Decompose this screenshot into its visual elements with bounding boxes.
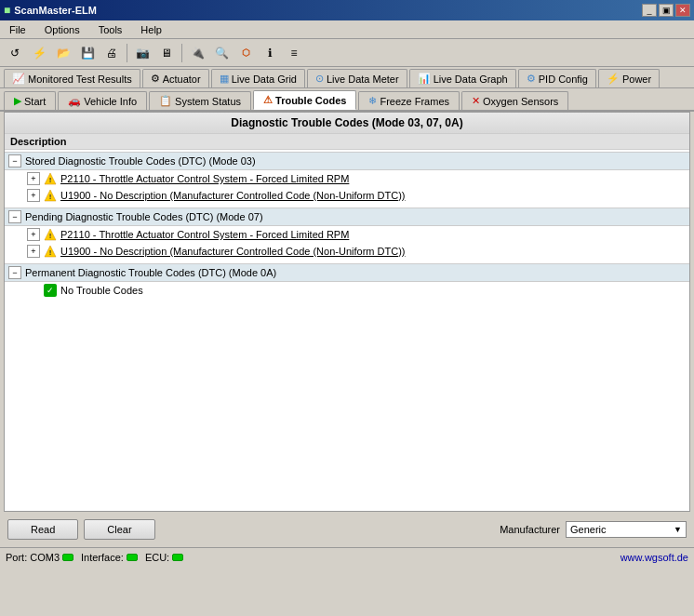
menu-tools[interactable]: Tools: [93, 22, 128, 37]
svg-text:!: !: [49, 176, 52, 184]
stored-dtc-item-1[interactable]: + ! P2110 - Throttle Actuator Control Sy…: [5, 170, 689, 187]
toolbar-btn-data[interactable]: ⬡: [234, 42, 257, 64]
svg-text:!: !: [49, 248, 52, 257]
tab-pid-config[interactable]: ⚙ PID Config: [518, 69, 596, 87]
stored-dtc-code-1: P2110 - Throttle Actuator Control System…: [60, 173, 349, 184]
toolbar-separator-2: [181, 44, 182, 62]
description-label: Description: [10, 136, 67, 147]
tab-power-label: Power: [622, 74, 651, 85]
tab-actuator[interactable]: ⚙ Actuator: [142, 69, 209, 87]
content-header: Diagnostic Trouble Codes (Mode 03, 07, 0…: [5, 113, 689, 134]
tab-trouble-label: Trouble Codes: [275, 95, 346, 106]
stored-dtc-label: Stored Diagnostic Trouble Codes (DTC) (M…: [25, 155, 256, 167]
tab-monitored-label: Monitored Test Results: [28, 74, 132, 85]
toolbar-btn-refresh[interactable]: ↺: [4, 42, 26, 64]
actuator-icon: ⚙: [151, 73, 160, 85]
warning-icon-1: !: [44, 172, 57, 185]
permanent-dtc-code-1: No Trouble Codes: [60, 285, 143, 296]
freeze-icon: ❄: [368, 95, 377, 107]
toolbar-btn-obd[interactable]: 🔌: [186, 42, 208, 64]
tab-trouble-codes[interactable]: ⚠ Trouble Codes: [253, 90, 356, 110]
title-text: ■ ScanMaster-ELM: [4, 4, 97, 17]
tab-start-label: Start: [24, 96, 46, 107]
ecu-label: ECU:: [145, 552, 169, 563]
tab-power[interactable]: ⚡ Power: [598, 69, 660, 87]
tab-meter-label: Live Data Meter: [327, 74, 399, 85]
tab-pid-label: PID Config: [539, 74, 588, 85]
tab-start[interactable]: ▶ Start: [4, 91, 56, 110]
toolbar-btn-screenshot[interactable]: 📷: [131, 42, 153, 64]
tab-actuator-label: Actuator: [163, 74, 201, 85]
toolbar-btn-info[interactable]: ℹ: [259, 42, 281, 64]
stored-item2-expand[interactable]: +: [27, 189, 40, 202]
chevron-down-icon: ▼: [674, 525, 682, 534]
menu-file[interactable]: File: [4, 22, 32, 37]
tab-grid-label: Live Data Grid: [232, 74, 297, 85]
warning-icon-2: !: [44, 189, 57, 202]
pending-dtc-header[interactable]: − Pending Diagnostic Trouble Codes (DTC)…: [5, 208, 689, 226]
tabs-row-2: ▶ Start 🚗 Vehicle Info 📋 System Status ⚠…: [0, 88, 694, 112]
status-left: Port: COM3 Interface: ECU:: [6, 552, 183, 563]
manufacturer-label: Manufacturer: [500, 524, 560, 535]
stored-item1-expand[interactable]: +: [27, 172, 40, 185]
chart-icon: 📈: [12, 73, 25, 85]
close-button[interactable]: ✕: [675, 4, 690, 17]
toolbar: ↺ ⚡ 📂 💾 🖨 📷 🖥 🔌 🔍 ⬡ ℹ ≡: [0, 39, 694, 67]
pending-dtc-item-2[interactable]: + ! U1900 - No Description (Manufacturer…: [5, 243, 689, 260]
trouble-icon: ⚠: [263, 94, 273, 106]
pending-item1-expand[interactable]: +: [27, 228, 40, 241]
permanent-dtc-item-1[interactable]: ✓ No Trouble Codes: [5, 282, 689, 299]
port-value: COM3: [30, 552, 60, 563]
pending-item2-expand[interactable]: +: [27, 245, 40, 258]
toolbar-btn-open[interactable]: 📂: [52, 42, 74, 64]
tab-monitored-test-results[interactable]: 📈 Monitored Test Results: [4, 69, 140, 87]
menu-help[interactable]: Help: [135, 22, 167, 37]
title-bar: ■ ScanMaster-ELM _ ▣ ✕: [0, 0, 694, 20]
port-led: [62, 554, 73, 561]
oxygen-icon: ✕: [472, 95, 480, 107]
tab-oxygen-sensors[interactable]: ✕ Oxygen Sensors: [461, 91, 568, 110]
permanent-dtc-header[interactable]: − Permanent Diagnostic Trouble Codes (DT…: [5, 263, 689, 282]
permanent-dtc-label: Permanent Diagnostic Trouble Codes (DTC)…: [25, 267, 276, 278]
pending-dtc-code-1: P2110 - Throttle Actuator Control System…: [60, 229, 349, 240]
ecu-indicator: ECU:: [145, 552, 183, 563]
manufacturer-select[interactable]: Generic ▼: [566, 521, 687, 538]
toolbar-btn-print[interactable]: 🖨: [100, 42, 123, 64]
warning-icon-4: !: [44, 245, 57, 258]
tab-live-data-meter[interactable]: ⊙ Live Data Meter: [307, 69, 407, 87]
tab-vehicle-info[interactable]: 🚗 Vehicle Info: [58, 91, 147, 110]
vehicle-icon: 🚗: [68, 95, 81, 107]
warning-icon-3: !: [44, 228, 57, 241]
interface-label: Interface:: [81, 552, 124, 563]
pending-dtc-code-2: U1900 - No Description (Manufacturer Con…: [60, 246, 405, 257]
stored-dtc-item-2[interactable]: + ! U1900 - No Description (Manufacturer…: [5, 187, 689, 204]
pending-dtc-label: Pending Diagnostic Trouble Codes (DTC) (…: [25, 211, 263, 222]
port-indicator: Port: COM3: [6, 552, 73, 563]
toolbar-btn-connect[interactable]: ⚡: [28, 42, 50, 64]
status-icon: 📋: [159, 95, 172, 107]
pending-expand-icon[interactable]: −: [8, 210, 21, 223]
minimize-button[interactable]: _: [642, 4, 657, 17]
toolbar-btn-scan[interactable]: 🔍: [210, 42, 233, 64]
stored-dtc-header[interactable]: − Stored Diagnostic Trouble Codes (DTC) …: [5, 152, 689, 170]
permanent-expand-icon[interactable]: −: [8, 266, 21, 279]
tab-system-status[interactable]: 📋 System Status: [149, 91, 251, 110]
no-trouble-icon: ✓: [44, 284, 57, 297]
manufacturer-group: Manufacturer Generic ▼: [500, 521, 687, 538]
restore-button[interactable]: ▣: [659, 4, 674, 17]
menu-options[interactable]: Options: [39, 22, 86, 37]
toolbar-separator-1: [127, 44, 127, 62]
tab-live-data-grid[interactable]: ▦ Live Data Grid: [211, 69, 305, 87]
tab-freeze-frames[interactable]: ❄ Freeze Frames: [358, 91, 460, 110]
toolbar-btn-monitor[interactable]: 🖥: [155, 42, 178, 64]
port-label: Port:: [6, 552, 27, 563]
clear-button[interactable]: Clear: [84, 519, 154, 540]
permanent-dtc-section: − Permanent Diagnostic Trouble Codes (DT…: [5, 261, 689, 301]
stored-expand-icon[interactable]: −: [8, 154, 21, 167]
tab-live-data-graph[interactable]: 📊 Live Data Graph: [409, 69, 516, 87]
app-title: ScanMaster-ELM: [14, 5, 97, 16]
read-button[interactable]: Read: [7, 519, 78, 540]
toolbar-btn-list[interactable]: ≡: [283, 42, 305, 64]
pending-dtc-item-1[interactable]: + ! P2110 - Throttle Actuator Control Sy…: [5, 226, 689, 243]
toolbar-btn-save[interactable]: 💾: [76, 42, 99, 64]
